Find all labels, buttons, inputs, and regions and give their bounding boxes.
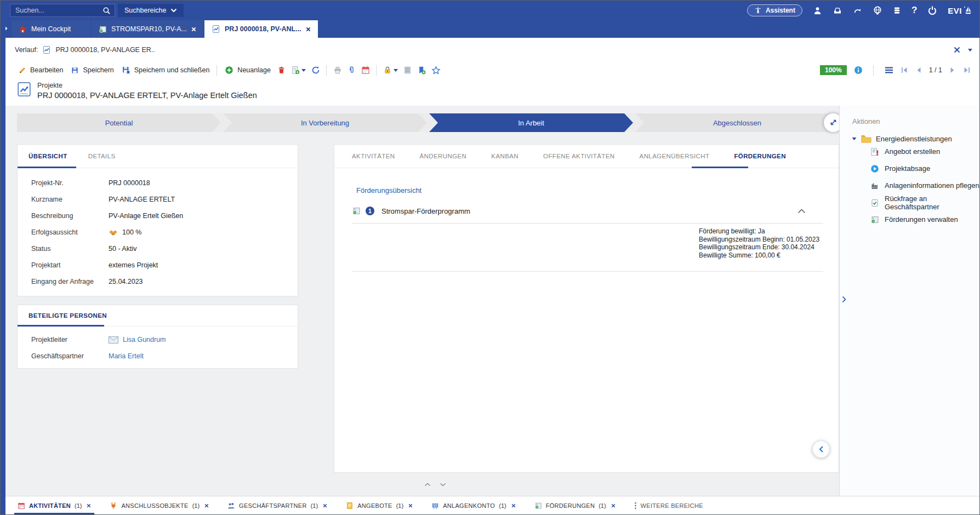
favorite-button[interactable]	[429, 64, 443, 77]
calendar-button[interactable]	[358, 64, 373, 77]
permissions-button[interactable]	[380, 64, 401, 77]
chevron-down-icon[interactable]	[440, 483, 446, 487]
tab-kanban[interactable]: KANBAN	[491, 145, 519, 168]
database-icon[interactable]	[893, 6, 901, 15]
save-close-button[interactable]: Speichern und schließen	[118, 64, 214, 77]
tab-aktivitaeten[interactable]: AKTIVITÄTEN	[352, 145, 395, 168]
tab-close-icon[interactable]	[408, 503, 413, 508]
detail-card: AKTIVITÄTEN ÄNDERUNGEN KANBAN OFFENE AKT…	[334, 144, 839, 473]
copy-record-button[interactable]	[288, 64, 309, 77]
tab-foerderungen[interactable]: FÖRDERUNGEN	[734, 145, 786, 168]
tab-prj-0000018[interactable]: PRJ 0000018, PV-ANL...	[204, 20, 318, 38]
chevron-up-icon[interactable]	[424, 483, 431, 487]
search-scope-label: Suchbereiche	[124, 7, 166, 14]
actions-group[interactable]: Energiedienstleistungen	[852, 135, 979, 143]
person-link[interactable]: Maria Ertelt	[109, 352, 144, 360]
bottom-tab-geschaeftspartner[interactable]: GESCHÄFTSPARTNER (1)	[227, 496, 327, 514]
tab-label: Mein Cockpit	[31, 25, 71, 33]
last-page-icon[interactable]	[963, 66, 971, 74]
search-icon[interactable]	[102, 7, 111, 15]
bottom-tab-weitere-bereiche[interactable]: WEITERE BEREICHE	[634, 496, 703, 514]
save-close-label: Speichern und schließen	[134, 66, 210, 74]
bottom-tab-angebote[interactable]: ANGEBOTE (1)	[346, 496, 413, 514]
search-input[interactable]	[14, 6, 99, 15]
bookmark-add-button[interactable]	[414, 64, 429, 77]
actions-sidebar: Aktionen Energiedienstleistungen Angebot…	[839, 106, 979, 496]
action-projektabsage[interactable]: Projektabsage	[840, 160, 979, 177]
tab-close-icon[interactable]	[87, 503, 91, 508]
tab-stromspar10[interactable]: STROMSPAR10, PV-A...	[92, 20, 203, 38]
globe-user-icon[interactable]	[873, 5, 882, 15]
funding-group-row[interactable]: 1 Stromspar-Förderprogramm	[352, 204, 823, 218]
zoom-badge[interactable]: 100%	[820, 65, 847, 75]
tab-details[interactable]: DETAILS	[88, 145, 116, 168]
delete-button[interactable]	[275, 64, 288, 77]
action-rueckfrage-geschaeftspartner[interactable]: Rückfrage an Geschäftspartner	[840, 194, 979, 211]
tab-close-icon[interactable]	[191, 27, 196, 32]
history-entry[interactable]: PRJ 0000018, PV-ANLAGE ER..	[55, 46, 155, 54]
funding-detail-line: Bewilligungszeitraum Beginn: 01.05.2023	[699, 236, 819, 244]
bottom-tab-anlagenkonto[interactable]: ANLAGENKONTO (1)	[431, 496, 516, 514]
bottom-tab-anschlussobjekte[interactable]: ANSCHLUSSOBJEKTE (1)	[110, 496, 209, 514]
user-icon[interactable]	[813, 6, 822, 15]
tab-close-icon[interactable]	[511, 503, 516, 508]
chevron-down-icon[interactable]	[301, 69, 306, 72]
action-anlageninformationen-pflegen[interactable]: Anlageninformationen pflegen	[840, 177, 979, 194]
menu-icon[interactable]	[885, 66, 893, 74]
tab-mein-cockpit[interactable]: Mein Cockpit	[12, 20, 90, 38]
inbox-icon[interactable]	[833, 6, 842, 15]
tab-close-icon[interactable]	[306, 27, 311, 32]
save-close-icon	[122, 66, 130, 75]
field-row: Eingang der Anfrage 25.04.2023	[18, 273, 298, 290]
redo-icon[interactable]	[853, 7, 862, 15]
new-record-button[interactable]: Neuanlage	[221, 64, 274, 77]
refresh-button[interactable]	[309, 64, 323, 77]
topbar-actions: Assistent ? EVI	[747, 4, 979, 16]
tab-offene-aktivitaeten[interactable]: OFFENE AKTIVITÄTEN	[543, 145, 615, 168]
divider	[352, 223, 823, 224]
tab-label: STROMSPAR10, PV-A...	[111, 25, 187, 33]
person-link[interactable]: Lisa Gundrum	[123, 336, 166, 344]
close-icon[interactable]	[954, 47, 960, 53]
stage-potential[interactable]: Potential	[17, 113, 221, 132]
tab-beteiligte-personen[interactable]: BETEILIGTE PERSONEN	[29, 305, 107, 326]
action-foerderungen-verwalten[interactable]: Förderungen verwalten	[840, 211, 979, 228]
tab-aenderungen[interactable]: ÄNDERUNGEN	[420, 145, 467, 168]
chevron-up-icon[interactable]	[797, 209, 806, 214]
tab-uebersicht[interactable]: ÜBERSICHT	[29, 145, 67, 168]
next-page-icon[interactable]	[949, 66, 956, 74]
bottom-tab-bar: AKTIVITÄTEN (1) ANSCHLUSSOBJEKTE (1)	[5, 496, 979, 514]
field-row: Projektleiter Lisa Gundrum	[18, 331, 298, 348]
sailboat-icon	[964, 5, 972, 15]
action-angebot-erstellen[interactable]: Angebot erstellen	[840, 143, 979, 160]
stage-abgeschlossen[interactable]: Abgeschlossen	[635, 113, 839, 132]
tab-close-icon[interactable]	[204, 503, 209, 508]
overview-card: ÜBERSICHT DETAILS Projekt-Nr. PRJ 000001…	[17, 144, 298, 296]
global-search[interactable]	[10, 4, 115, 17]
help-icon[interactable]: ?	[911, 5, 917, 16]
edit-button[interactable]: Bearbeiten	[14, 64, 67, 77]
info-icon[interactable]	[854, 66, 863, 75]
envelope-icon[interactable]	[109, 336, 118, 344]
chevron-down-icon[interactable]	[968, 49, 972, 52]
tab-close-icon[interactable]	[323, 503, 327, 508]
tab-close-icon[interactable]	[611, 503, 616, 508]
bottom-tab-foerderungen[interactable]: FÖRDERUNGEN (1)	[534, 496, 616, 514]
collapse-panel-button[interactable]	[812, 440, 830, 458]
attachment-button[interactable]	[345, 64, 358, 77]
tab-anlagenuebersicht[interactable]: ANLAGENÜBERSICHT	[640, 145, 710, 168]
first-page-icon[interactable]	[901, 66, 908, 74]
bottom-tab-aktivitaeten[interactable]: AKTIVITÄTEN (1)	[18, 496, 91, 514]
caret-down-icon[interactable]	[852, 137, 857, 141]
assistant-button[interactable]: Assistent	[747, 4, 802, 16]
search-scope-dropdown[interactable]: Suchbereiche	[118, 4, 184, 17]
logout-icon[interactable]	[927, 5, 937, 15]
print-button[interactable]	[331, 64, 345, 77]
prev-page-icon[interactable]	[915, 66, 922, 74]
dossier-button[interactable]	[401, 64, 414, 77]
stage-in-vorbereitung[interactable]: In Vorbereitung	[223, 113, 427, 132]
sidebar-expand-handle[interactable]	[841, 295, 847, 305]
save-button[interactable]: Speichern	[67, 64, 117, 77]
chevron-down-icon[interactable]	[394, 69, 398, 72]
stage-in-arbeit[interactable]: In Arbeit	[429, 113, 633, 132]
